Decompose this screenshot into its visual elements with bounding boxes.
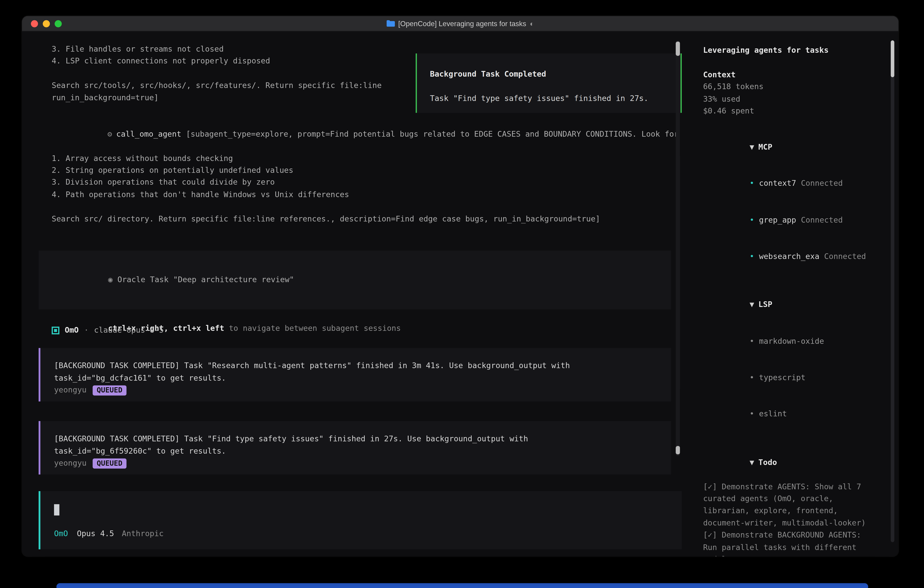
agent-icon	[52, 327, 59, 334]
todo-item: [✓] Demonstrate BACKGROUND AGENTS: Run p…	[703, 529, 881, 557]
fisheye-icon: ◉	[108, 275, 112, 284]
terminal-line: Search src/ directory. Return specific f…	[52, 213, 693, 225]
session-sidebar: Leveraging agents for tasks Context 66,5…	[693, 31, 899, 556]
toast-title: Background Task Completed	[430, 68, 680, 80]
todo-item: [✓] Demonstrate AGENTS: Show all 7 curat…	[703, 481, 881, 529]
commands-keyhint: ctrl+pcommands	[612, 555, 682, 557]
window-title: [OpenCode] Leveraging agents for tasks ◐	[22, 19, 899, 28]
lsp-section-heading: ▼LSP	[703, 287, 898, 323]
message-user: yeongyu	[54, 385, 87, 396]
message-text: [BACKGROUND TASK COMPLETED] Task "Resear…	[54, 360, 671, 385]
desktop: [OpenCode] Leveraging agents for tasks ◐…	[0, 0, 924, 588]
message-meta: yeongyu QUEUED	[54, 458, 671, 469]
window-title-text: [OpenCode] Leveraging agents for tasks	[398, 19, 526, 28]
mcp-item: •grep_appConnected	[703, 202, 898, 238]
loading-indicator-icon: ◐	[530, 19, 534, 28]
agent-name: OmO	[65, 324, 79, 336]
status-badge: QUEUED	[92, 385, 127, 395]
agent-separator: ·	[84, 324, 89, 336]
bullet-icon: •	[750, 373, 754, 382]
folder-icon	[386, 20, 395, 27]
chevron-down-icon: ▼	[750, 300, 754, 309]
spinner-dots-icon: ••••••••	[41, 555, 90, 557]
tool-call-line: ⚙call_omo_agent [subagent_type=explore, …	[52, 116, 693, 152]
terminal-line	[52, 201, 693, 213]
gear-icon: ⚙	[107, 129, 112, 138]
mcp-item: •websearch_exaConnected	[703, 238, 898, 275]
context-tokens: 66,518 tokens	[703, 81, 898, 93]
message-text: [BACKGROUND TASK COMPLETED] Task "Find t…	[54, 433, 671, 458]
session-title: Leveraging agents for tasks	[703, 45, 898, 57]
tool-call-args: [subagent_type=explore, prompt=Find pote…	[186, 129, 679, 138]
sidebar-scrollbar-thumb[interactable]	[891, 40, 894, 77]
context-heading: Context	[703, 69, 898, 81]
oracle-nav-hint-text: to navigate between subagent sessions	[224, 324, 401, 333]
chat-main-area: 3. File handles or streams not closed 4.…	[22, 31, 693, 556]
background-window-edge	[56, 583, 868, 588]
esc-keyhint: escinterrupt	[101, 555, 161, 557]
chevron-down-icon: ▼	[750, 458, 754, 467]
prompt-input[interactable]: OmO Opus 4.5 Anthropic	[39, 491, 682, 550]
close-button[interactable]	[31, 20, 38, 27]
minimize-button[interactable]	[43, 20, 50, 27]
text-cursor	[54, 505, 59, 516]
agent-model: claude-opus-4-5	[94, 324, 164, 336]
bullet-icon: •	[750, 337, 754, 345]
lsp-item: •eslint	[703, 396, 898, 432]
mcp-item: •context7Connected	[703, 166, 898, 202]
input-model-provider: Anthropic	[122, 528, 164, 540]
terminal-line: 2. String operations on potentially unde…	[52, 165, 693, 177]
context-spent: $0.46 spent	[703, 105, 898, 117]
app-content: 3. File handles or streams not closed 4.…	[22, 31, 899, 556]
bullet-icon: •	[750, 179, 754, 188]
model-selector-line[interactable]: OmO Opus 4.5 Anthropic	[54, 528, 682, 540]
bullet-icon: •	[750, 215, 754, 224]
bullet-icon: •	[750, 409, 754, 418]
oracle-task-title: Oracle Task "Deep architecture review"	[117, 275, 294, 284]
input-agent-name: OmO	[54, 528, 68, 540]
bullet-icon: •	[750, 252, 754, 261]
lsp-item: •typescript	[703, 360, 898, 396]
tab-keyhint: tabswitch agent	[528, 555, 602, 557]
background-task-message: [BACKGROUND TASK COMPLETED] Task "Resear…	[39, 349, 671, 402]
chat-scrollbar[interactable]	[676, 40, 680, 456]
zoom-button[interactable]	[54, 20, 62, 27]
window-titlebar[interactable]: [OpenCode] Leveraging agents for tasks ◐	[22, 16, 899, 31]
terminal-line: 4. Path operations that don't handle Win…	[52, 189, 693, 201]
chat-scrollbar-thumb[interactable]	[676, 41, 680, 56]
mcp-section-heading: ▼MCP	[703, 129, 898, 166]
input-model-name: Opus 4.5	[77, 528, 114, 540]
message-meta: yeongyu QUEUED	[54, 385, 671, 396]
background-task-message: [BACKGROUND TASK COMPLETED] Task "Find t…	[39, 421, 671, 475]
opencode-terminal-window: [OpenCode] Leveraging agents for tasks ◐…	[22, 16, 899, 557]
traffic-lights	[22, 20, 62, 27]
oracle-task-title-line: ◉Oracle Task "Deep architecture review"	[52, 262, 671, 298]
lsp-item: •markdown-oxide	[703, 323, 898, 360]
status-bar: •••••••• escinterrupt tabswitch agent ct…	[22, 555, 693, 557]
status-badge: QUEUED	[92, 458, 127, 468]
background-task-toast[interactable]: Background Task Completed Task "Find typ…	[416, 53, 681, 113]
oracle-task-panel: ◉Oracle Task "Deep architecture review" …	[39, 251, 671, 309]
message-user: yeongyu	[54, 458, 87, 469]
todo-section-heading: ▼Todo	[703, 444, 898, 481]
toast-body: Task "Find type safety issues" finished …	[430, 92, 680, 105]
chat-scrollbar-thumb[interactable]	[676, 446, 680, 454]
chevron-down-icon: ▼	[750, 142, 754, 152]
sidebar-scrollbar[interactable]	[891, 40, 894, 542]
tool-call-name: call_omo_agent	[116, 129, 181, 138]
context-used: 33% used	[703, 93, 898, 105]
terminal-line: 1. Array access without bounds checking	[52, 152, 693, 164]
terminal-line: 3. Division operations that could divide…	[52, 177, 693, 189]
